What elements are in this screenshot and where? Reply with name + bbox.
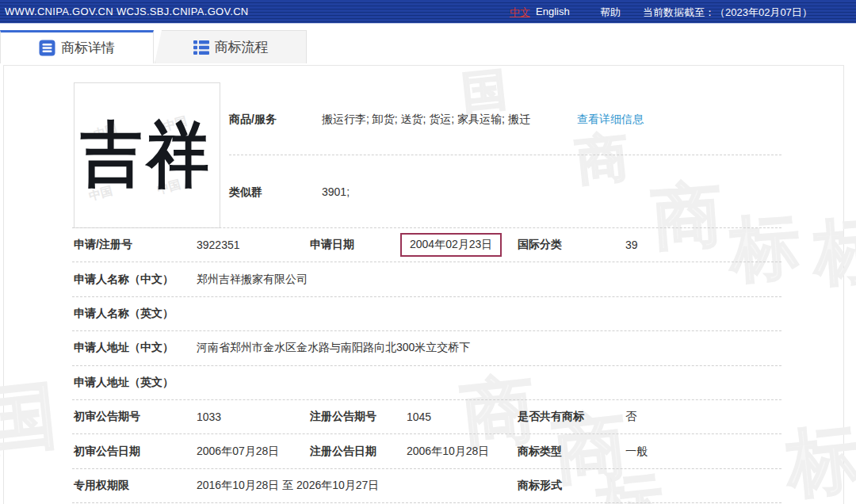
- similar-group-value: 3901;: [322, 185, 350, 198]
- apply-date-label: 申请日期: [310, 238, 354, 252]
- mark-form-label: 商标形式: [518, 479, 562, 493]
- shared-mark-label: 是否共有商标: [518, 410, 584, 424]
- table-row-applicant-en: 申请人名称（英文）: [72, 297, 781, 331]
- trademark-image: 中国 中国 中国 中国 吉祥: [74, 82, 220, 228]
- applicant-cn-label: 申请人名称（中文）: [74, 273, 174, 287]
- mark-type-value: 一般: [625, 445, 648, 459]
- first-gazette-date-value: 2006年07月28日: [197, 445, 279, 459]
- language-chinese-link[interactable]: 中文: [510, 6, 530, 20]
- first-gazette-date-label: 初审公告日期: [74, 445, 140, 459]
- table-row-term: 专用权期限 2016年10月28日 至 2026年10月27日 商标形式: [72, 469, 781, 503]
- apply-date-highlight-box: 2004年02月23日: [400, 233, 502, 257]
- similar-group-label: 类似群: [229, 185, 262, 200]
- table-row-registration: 申请/注册号 3922351 申请日期 2004年02月23日 国际分类 39: [72, 228, 781, 262]
- tab-bar: 商标详情 商标流程: [0, 24, 856, 65]
- table-row-address-cn: 申请人地址（中文） 河南省郑州市金水区金水路与南阳路向北300米立交桥下: [72, 331, 781, 365]
- reg-no-label: 申请/注册号: [74, 238, 132, 252]
- intl-class-label: 国际分类: [518, 238, 562, 252]
- apply-date-value: 2004年02月23日: [410, 238, 492, 250]
- goods-services-value: 搬运行李; 卸货; 送货; 货运; 家具运输; 搬迁: [322, 113, 530, 127]
- address-en-label: 申请人地址（英文）: [74, 376, 174, 390]
- trademark-text: 吉祥: [81, 108, 214, 204]
- row-divider: [229, 155, 781, 155]
- tab-trademark-process-label: 商标流程: [215, 38, 269, 56]
- language-english-link[interactable]: English: [536, 6, 570, 17]
- first-gazette-no-value: 1033: [197, 410, 221, 423]
- table-row-applicant-cn: 申请人名称（中文） 郑州吉祥搬家有限公司: [72, 262, 781, 296]
- table-row-gazette-numbers: 初审公告期号 1033 注册公告期号 1045 是否共有商标 否: [72, 400, 781, 434]
- intl-class-value: 39: [625, 239, 638, 251]
- document-list-icon: [39, 40, 55, 56]
- top-bar: WWW.CNIPA.GOV.CN WCJS.SBJ.CNIPA.GOV.CN 中…: [0, 0, 856, 24]
- applicant-en-label: 申请人名称（英文）: [74, 307, 174, 321]
- table-row-address-en: 申请人地址（英文）: [72, 366, 781, 400]
- flow-list-icon: [193, 40, 209, 55]
- table-row-gazette-dates: 初审公告日期 2006年07月28日 注册公告日期 2006年10月28日 商标…: [72, 434, 781, 468]
- tab-trademark-detail[interactable]: 商标详情: [0, 30, 154, 63]
- field-rows: 申请/注册号 3922351 申请日期 2004年02月23日 国际分类 39 …: [4, 228, 845, 503]
- term-value: 2016年10月28日 至 2026年10月27日: [197, 479, 379, 493]
- trademark-detail-page: WWW.CNIPA.GOV.CN WCJS.SBJ.CNIPA.GOV.CN 中…: [0, 0, 856, 504]
- term-label: 专用权期限: [74, 479, 129, 493]
- reg-gazette-date-label: 注册公告日期: [310, 445, 376, 459]
- help-link[interactable]: 帮助: [600, 6, 621, 20]
- address-cn-value: 河南省郑州市金水区金水路与南阳路向北300米立交桥下: [197, 341, 470, 355]
- address-cn-label: 申请人地址（中文）: [74, 341, 174, 355]
- tab-trademark-detail-label: 商标详情: [61, 39, 115, 57]
- data-cutoff-date: 当前数据截至：（2023年02月07日）: [643, 6, 812, 20]
- trademark-detail-card: 国 商 商 标 国 商 商 标 标 标 中国 中国 中国 中国 吉祥 商品/服务…: [3, 65, 844, 504]
- site-url: WWW.CNIPA.GOV.CN WCJS.SBJ.CNIPA.GOV.CN: [5, 6, 249, 17]
- reg-gazette-no-label: 注册公告期号: [310, 410, 376, 424]
- goods-services-label: 商品/服务: [229, 113, 277, 127]
- shared-mark-value: 否: [625, 410, 636, 424]
- tab-trademark-process[interactable]: 商标流程: [155, 30, 307, 63]
- applicant-cn-value: 郑州吉祥搬家有限公司: [197, 273, 308, 287]
- reg-gazette-no-value: 1045: [407, 410, 431, 423]
- first-gazette-no-label: 初审公告期号: [74, 410, 140, 424]
- reg-gazette-date-value: 2006年10月28日: [407, 445, 489, 459]
- mark-type-label: 商标类型: [518, 445, 562, 459]
- reg-no-value: 3922351: [197, 239, 240, 251]
- view-detail-link[interactable]: 查看详细信息: [577, 113, 644, 127]
